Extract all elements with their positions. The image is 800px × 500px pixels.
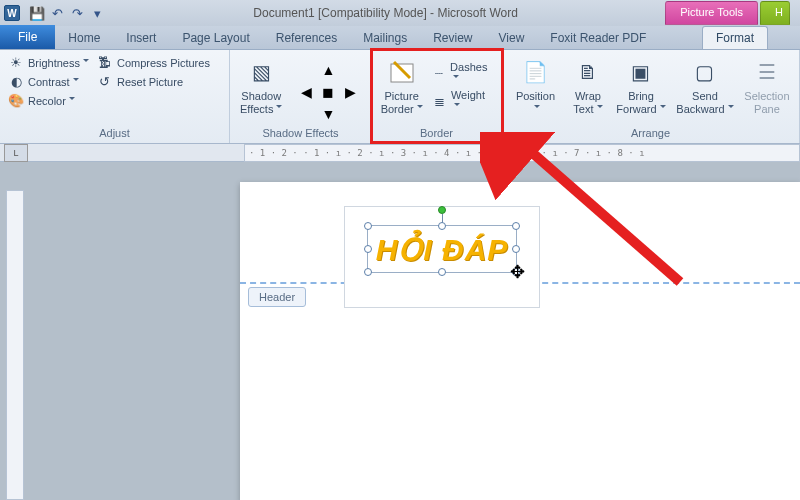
reset-icon: ↺ [97, 74, 113, 89]
shadow-effects-icon: ▧ [245, 56, 277, 88]
save-icon[interactable]: 💾 [28, 4, 46, 22]
group-shadow-effects: ▧ Shadow Effects ▲ ◀◼▶ ▼ Shadow Effects [230, 50, 372, 143]
brightness-icon: ☀ [8, 55, 24, 70]
group-label-adjust: Adjust [0, 125, 229, 143]
shadow-effects-button[interactable]: ▧ Shadow Effects [236, 54, 286, 117]
compress-icon: 🗜 [97, 55, 113, 70]
recolor-icon: 🎨 [8, 93, 24, 108]
tab-home[interactable]: Home [55, 27, 113, 49]
bring-forward-button[interactable]: ▣Bring Forward [613, 54, 669, 117]
handle-s[interactable] [438, 268, 446, 276]
title-bar: W 💾 ↶ ↷ ▾ Document1 [Compatibility Mode]… [0, 0, 800, 26]
picture-border-button[interactable]: Picture Border [378, 54, 425, 117]
tab-review[interactable]: Review [420, 27, 485, 49]
ribbon-tabs: File Home Insert Page Layout References … [0, 26, 800, 50]
group-label-border: Border◢ [372, 125, 501, 143]
contrast-icon: ◐ [8, 74, 24, 89]
contextual-tab-other[interactable]: H [760, 1, 790, 25]
svg-rect-0 [391, 64, 413, 82]
tab-foxit[interactable]: Foxit Reader PDF [537, 27, 659, 49]
selection-pane-button[interactable]: ☰Selection Pane [741, 54, 793, 117]
tab-page-layout[interactable]: Page Layout [169, 27, 262, 49]
handle-e[interactable] [512, 245, 520, 253]
nudge-right-icon[interactable]: ▶ [340, 82, 360, 102]
move-cursor-icon: ✥ [510, 261, 525, 283]
qat-customize-icon[interactable]: ▾ [88, 4, 106, 22]
tab-references[interactable]: References [263, 27, 350, 49]
shadow-toggle-icon[interactable]: ◼ [318, 82, 338, 102]
picture-border-icon [386, 56, 418, 88]
wrap-text-button[interactable]: 🗎Wrap Text [567, 54, 609, 117]
dashes-icon: ┈ [431, 66, 446, 81]
image-content: HỎI ĐÁP [367, 225, 517, 273]
nudge-up-icon[interactable]: ▲ [318, 60, 338, 80]
header-label[interactable]: Header [248, 287, 306, 307]
image-text: HỎI ĐÁP [368, 226, 516, 272]
ruler-vertical[interactable] [6, 190, 24, 500]
handle-nw[interactable] [364, 222, 372, 230]
send-backward-icon: ▢ [689, 56, 721, 88]
position-icon: 📄 [519, 56, 551, 88]
selection-pane-icon: ☰ [751, 56, 783, 88]
position-button[interactable]: 📄Position [508, 54, 563, 117]
nudge-left-icon[interactable]: ◀ [296, 82, 316, 102]
tab-view[interactable]: View [486, 27, 538, 49]
weight-button[interactable]: ≣Weight [429, 88, 495, 114]
tab-insert[interactable]: Insert [113, 27, 169, 49]
tab-format[interactable]: Format [702, 26, 768, 49]
recolor-button[interactable]: 🎨Recolor [6, 92, 91, 109]
contextual-tab-picture-tools[interactable]: Picture Tools [665, 1, 758, 25]
ruler-track[interactable]: · 1 · 2 · · 1 · ı · 2 · ı · 3 · ı · 4 · … [244, 144, 800, 162]
rotate-handle[interactable] [438, 206, 446, 214]
group-arrange: 📄Position 🗎Wrap Text ▣Bring Forward ▢Sen… [502, 50, 800, 143]
group-label-shadow: Shadow Effects [230, 125, 371, 143]
wrap-text-icon: 🗎 [572, 56, 604, 88]
document-workspace: Header HỎI ĐÁP ✥ [0, 162, 800, 500]
quick-access-toolbar: 💾 ↶ ↷ ▾ [28, 4, 106, 22]
border-dialog-launcher-icon[interactable]: ◢ [490, 130, 497, 140]
group-label-arrange: Arrange [502, 125, 799, 143]
handle-w[interactable] [364, 245, 372, 253]
group-adjust: ☀Brightness ◐Contrast 🎨Recolor 🗜Compress… [0, 50, 230, 143]
tab-file[interactable]: File [0, 25, 55, 49]
handle-sw[interactable] [364, 268, 372, 276]
app-window: W 💾 ↶ ↷ ▾ Document1 [Compatibility Mode]… [0, 0, 800, 500]
ribbon: ☀Brightness ◐Contrast 🎨Recolor 🗜Compress… [0, 50, 800, 144]
weight-icon: ≣ [431, 94, 447, 109]
ruler-horizontal: L · 1 · 2 · · 1 · ı · 2 · ı · 3 · ı · 4 … [0, 144, 800, 162]
word-icon: W [4, 5, 20, 21]
page[interactable]: Header HỎI ĐÁP ✥ [240, 182, 800, 500]
dashes-button[interactable]: ┈Dashes [429, 60, 495, 86]
ruler-corner: L [4, 144, 28, 162]
handle-ne[interactable] [512, 222, 520, 230]
handle-n[interactable] [438, 222, 446, 230]
contrast-button[interactable]: ◐Contrast [6, 73, 91, 90]
group-border: Picture Border ┈Dashes ≣Weight Border◢ [372, 50, 502, 143]
tab-mailings[interactable]: Mailings [350, 27, 420, 49]
nudge-down-icon[interactable]: ▼ [318, 104, 338, 124]
brightness-button[interactable]: ☀Brightness [6, 54, 91, 71]
compress-pictures-button[interactable]: 🗜Compress Pictures [95, 54, 212, 71]
bring-forward-icon: ▣ [625, 56, 657, 88]
selected-image[interactable]: HỎI ĐÁP ✥ [344, 206, 540, 308]
send-backward-button[interactable]: ▢Send Backward [673, 54, 737, 117]
window-title: Document1 [Compatibility Mode] - Microso… [106, 6, 665, 20]
redo-icon[interactable]: ↷ [68, 4, 86, 22]
undo-icon[interactable]: ↶ [48, 4, 66, 22]
reset-picture-button[interactable]: ↺Reset Picture [95, 73, 212, 90]
